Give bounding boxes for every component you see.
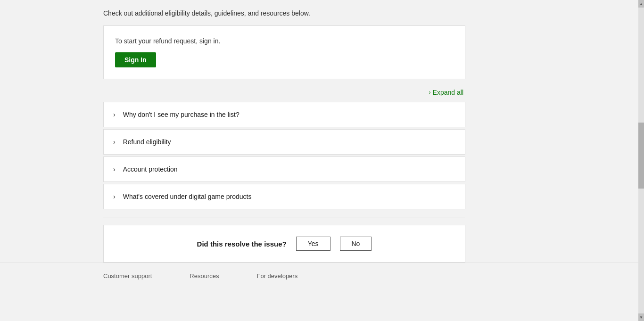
accordion-title-2: Refund eligibility xyxy=(123,138,171,146)
scrollbar-arrow-down[interactable]: ▼ xyxy=(638,313,644,321)
expand-all-row: › Expand all xyxy=(103,89,465,96)
accordion-title-4: What's covered under digital game produc… xyxy=(123,193,252,200)
accordion-chevron-icon-4: › xyxy=(113,193,116,200)
sign-in-box: To start your refund request, sign in. S… xyxy=(103,25,465,79)
expand-all-chevron-icon: › xyxy=(429,89,431,96)
accordion-item-3: › Account protection xyxy=(103,156,465,182)
sign-in-prompt: To start your refund request, sign in. xyxy=(115,37,454,45)
footer-section-developers: For developers xyxy=(256,272,297,280)
accordion-header-2[interactable]: › Refund eligibility xyxy=(104,130,465,154)
accordion-header-1[interactable]: › Why don't I see my purchase in the lis… xyxy=(104,102,465,127)
content-area: Check out additional eligibility details… xyxy=(96,0,473,263)
sign-in-button[interactable]: Sign In xyxy=(115,52,156,67)
accordion-item-4: › What's covered under digital game prod… xyxy=(103,184,465,209)
accordion-chevron-icon-2: › xyxy=(113,138,116,146)
resolve-box: Did this resolve the issue? Yes No xyxy=(103,225,465,263)
resolve-question: Did this resolve the issue? xyxy=(197,240,287,248)
accordion-title-3: Account protection xyxy=(123,165,178,173)
accordion-item-1: › Why don't I see my purchase in the lis… xyxy=(103,102,465,127)
accordion-header-3[interactable]: › Account protection xyxy=(104,157,465,181)
scrollbar-thumb[interactable] xyxy=(638,123,644,189)
intro-text: Check out additional eligibility details… xyxy=(103,9,465,17)
section-divider xyxy=(103,217,465,217)
expand-all-button[interactable]: › Expand all xyxy=(429,89,463,96)
footer-section-resources: Resources xyxy=(190,272,219,280)
expand-all-label: Expand all xyxy=(433,89,463,96)
main-content: Check out additional eligibility details… xyxy=(0,0,644,321)
footer-section-customer-support: Customer support xyxy=(103,272,152,280)
accordion-header-4[interactable]: › What's covered under digital game prod… xyxy=(104,184,465,209)
footer: Customer support Resources For developer… xyxy=(0,263,644,280)
resolve-no-button[interactable]: No xyxy=(340,237,372,251)
footer-content: Customer support Resources For developer… xyxy=(96,272,473,280)
accordion-chevron-icon-3: › xyxy=(113,165,116,173)
accordion-title-1: Why don't I see my purchase in the list? xyxy=(123,111,239,118)
scrollbar-arrow-up[interactable]: ▲ xyxy=(638,0,644,8)
scrollbar-track: ▲ ▼ xyxy=(638,0,644,321)
accordion-item-2: › Refund eligibility xyxy=(103,129,465,155)
resolve-yes-button[interactable]: Yes xyxy=(296,237,330,251)
page-wrapper: Check out additional eligibility details… xyxy=(0,0,644,321)
accordion-chevron-icon-1: › xyxy=(113,111,116,118)
